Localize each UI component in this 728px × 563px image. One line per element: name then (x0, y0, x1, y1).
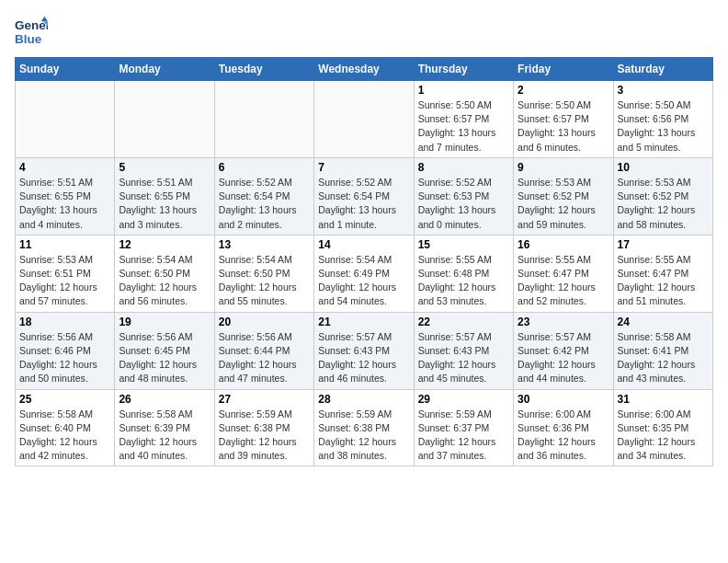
calendar-day-cell: 26Sunrise: 5:58 AM Sunset: 6:39 PM Dayli… (115, 389, 214, 466)
day-number: 26 (119, 393, 210, 406)
day-number: 20 (219, 316, 310, 328)
calendar-day-cell: 14Sunrise: 5:54 AM Sunset: 6:49 PM Dayli… (314, 235, 414, 312)
day-number: 15 (418, 238, 509, 251)
calendar-week-row: 25Sunrise: 5:58 AM Sunset: 6:40 PM Dayli… (16, 389, 713, 466)
logo-icon: General Blue (15, 15, 48, 48)
day-number: 4 (19, 161, 110, 174)
day-of-week-header: Wednesday (314, 58, 414, 81)
day-number: 22 (418, 316, 509, 328)
day-number: 27 (219, 393, 310, 406)
day-number: 16 (518, 238, 609, 251)
day-info: Sunrise: 5:58 AM Sunset: 6:40 PM Dayligh… (19, 408, 110, 464)
day-number: 19 (119, 316, 210, 328)
calendar-day-cell (115, 81, 214, 158)
calendar-day-cell: 15Sunrise: 5:55 AM Sunset: 6:48 PM Dayli… (414, 235, 513, 312)
calendar-day-cell: 11Sunrise: 5:53 AM Sunset: 6:51 PM Dayli… (16, 235, 115, 312)
calendar-day-cell: 9Sunrise: 5:53 AM Sunset: 6:52 PM Daylig… (514, 157, 613, 235)
day-info: Sunrise: 5:50 AM Sunset: 6:57 PM Dayligh… (518, 98, 609, 155)
day-number: 10 (618, 161, 709, 174)
day-info: Sunrise: 5:52 AM Sunset: 6:53 PM Dayligh… (418, 176, 509, 232)
day-info: Sunrise: 5:53 AM Sunset: 6:52 PM Dayligh… (618, 176, 709, 232)
day-number: 2 (518, 84, 609, 97)
day-number: 6 (219, 161, 310, 174)
calendar-day-cell: 29Sunrise: 5:59 AM Sunset: 6:37 PM Dayli… (414, 389, 513, 466)
day-info: Sunrise: 5:51 AM Sunset: 6:55 PM Dayligh… (119, 176, 210, 232)
calendar-day-cell (214, 81, 313, 158)
day-of-week-header: Saturday (613, 58, 712, 81)
calendar-day-cell: 17Sunrise: 5:55 AM Sunset: 6:47 PM Dayli… (613, 235, 712, 312)
day-number: 8 (418, 161, 509, 174)
day-info: Sunrise: 5:57 AM Sunset: 6:43 PM Dayligh… (418, 330, 509, 386)
day-info: Sunrise: 5:55 AM Sunset: 6:48 PM Dayligh… (418, 253, 509, 309)
day-info: Sunrise: 5:56 AM Sunset: 6:44 PM Dayligh… (219, 330, 310, 386)
day-number: 31 (618, 393, 709, 406)
day-number: 13 (219, 238, 310, 251)
page-header: General Blue (15, 15, 713, 48)
day-info: Sunrise: 5:59 AM Sunset: 6:38 PM Dayligh… (318, 408, 409, 464)
day-number: 14 (318, 238, 409, 251)
day-number: 5 (119, 161, 210, 174)
calendar-week-row: 1Sunrise: 5:50 AM Sunset: 6:57 PM Daylig… (16, 81, 713, 158)
calendar-week-row: 11Sunrise: 5:53 AM Sunset: 6:51 PM Dayli… (16, 235, 713, 312)
calendar-day-cell: 4Sunrise: 5:51 AM Sunset: 6:55 PM Daylig… (16, 157, 115, 235)
day-of-week-header: Sunday (16, 58, 115, 81)
day-info: Sunrise: 5:50 AM Sunset: 6:57 PM Dayligh… (418, 98, 509, 155)
calendar-day-cell: 20Sunrise: 5:56 AM Sunset: 6:44 PM Dayli… (214, 312, 313, 389)
day-number: 17 (618, 238, 709, 251)
day-info: Sunrise: 5:56 AM Sunset: 6:46 PM Dayligh… (19, 330, 110, 386)
day-info: Sunrise: 5:53 AM Sunset: 6:51 PM Dayligh… (19, 253, 110, 309)
day-info: Sunrise: 5:50 AM Sunset: 6:56 PM Dayligh… (618, 98, 709, 155)
calendar-day-cell: 31Sunrise: 6:00 AM Sunset: 6:35 PM Dayli… (613, 389, 712, 466)
calendar-table: SundayMondayTuesdayWednesdayThursdayFrid… (15, 57, 713, 466)
day-of-week-header: Monday (115, 58, 214, 81)
calendar-header-row: SundayMondayTuesdayWednesdayThursdayFrid… (16, 58, 713, 81)
day-info: Sunrise: 5:55 AM Sunset: 6:47 PM Dayligh… (518, 253, 609, 309)
day-number: 9 (518, 161, 609, 174)
calendar-day-cell: 30Sunrise: 6:00 AM Sunset: 6:36 PM Dayli… (514, 389, 613, 466)
calendar-week-row: 4Sunrise: 5:51 AM Sunset: 6:55 PM Daylig… (16, 157, 713, 235)
calendar-day-cell: 28Sunrise: 5:59 AM Sunset: 6:38 PM Dayli… (314, 389, 414, 466)
day-number: 23 (518, 316, 609, 328)
day-number: 25 (19, 393, 110, 406)
calendar-day-cell: 24Sunrise: 5:58 AM Sunset: 6:41 PM Dayli… (613, 312, 712, 389)
day-info: Sunrise: 5:52 AM Sunset: 6:54 PM Dayligh… (219, 176, 310, 232)
day-info: Sunrise: 5:59 AM Sunset: 6:38 PM Dayligh… (219, 408, 310, 464)
day-info: Sunrise: 5:57 AM Sunset: 6:43 PM Dayligh… (318, 330, 409, 386)
day-number: 30 (518, 393, 609, 406)
day-info: Sunrise: 5:54 AM Sunset: 6:50 PM Dayligh… (119, 253, 210, 309)
day-number: 21 (318, 316, 409, 328)
calendar-day-cell: 23Sunrise: 5:57 AM Sunset: 6:42 PM Dayli… (514, 312, 613, 389)
day-info: Sunrise: 5:52 AM Sunset: 6:54 PM Dayligh… (318, 176, 409, 232)
calendar-day-cell: 1Sunrise: 5:50 AM Sunset: 6:57 PM Daylig… (414, 81, 513, 158)
day-number: 24 (618, 316, 709, 328)
day-number: 29 (418, 393, 509, 406)
calendar-day-cell: 5Sunrise: 5:51 AM Sunset: 6:55 PM Daylig… (115, 157, 214, 235)
calendar-day-cell: 16Sunrise: 5:55 AM Sunset: 6:47 PM Dayli… (514, 235, 613, 312)
day-number: 12 (119, 238, 210, 251)
day-info: Sunrise: 5:55 AM Sunset: 6:47 PM Dayligh… (618, 253, 709, 309)
calendar-day-cell: 18Sunrise: 5:56 AM Sunset: 6:46 PM Dayli… (16, 312, 115, 389)
day-info: Sunrise: 5:57 AM Sunset: 6:42 PM Dayligh… (518, 330, 609, 386)
day-info: Sunrise: 5:56 AM Sunset: 6:45 PM Dayligh… (119, 330, 210, 386)
day-info: Sunrise: 5:58 AM Sunset: 6:41 PM Dayligh… (618, 330, 709, 386)
day-number: 18 (19, 316, 110, 328)
day-info: Sunrise: 5:53 AM Sunset: 6:52 PM Dayligh… (518, 176, 609, 232)
logo: General Blue (15, 15, 48, 48)
calendar-day-cell: 12Sunrise: 5:54 AM Sunset: 6:50 PM Dayli… (115, 235, 214, 312)
day-info: Sunrise: 6:00 AM Sunset: 6:35 PM Dayligh… (618, 408, 709, 464)
calendar-day-cell: 25Sunrise: 5:58 AM Sunset: 6:40 PM Dayli… (16, 389, 115, 466)
day-number: 28 (318, 393, 409, 406)
calendar-day-cell: 8Sunrise: 5:52 AM Sunset: 6:53 PM Daylig… (414, 157, 513, 235)
day-info: Sunrise: 5:51 AM Sunset: 6:55 PM Dayligh… (19, 176, 110, 232)
calendar-day-cell: 21Sunrise: 5:57 AM Sunset: 6:43 PM Dayli… (314, 312, 414, 389)
calendar-day-cell: 6Sunrise: 5:52 AM Sunset: 6:54 PM Daylig… (214, 157, 313, 235)
day-number: 1 (418, 84, 509, 97)
calendar-day-cell: 27Sunrise: 5:59 AM Sunset: 6:38 PM Dayli… (214, 389, 313, 466)
day-of-week-header: Thursday (414, 58, 513, 81)
calendar-day-cell: 2Sunrise: 5:50 AM Sunset: 6:57 PM Daylig… (514, 81, 613, 158)
calendar-day-cell (314, 81, 414, 158)
day-of-week-header: Friday (514, 58, 613, 81)
calendar-day-cell: 7Sunrise: 5:52 AM Sunset: 6:54 PM Daylig… (314, 157, 414, 235)
calendar-day-cell (16, 81, 115, 158)
calendar-week-row: 18Sunrise: 5:56 AM Sunset: 6:46 PM Dayli… (16, 312, 713, 389)
